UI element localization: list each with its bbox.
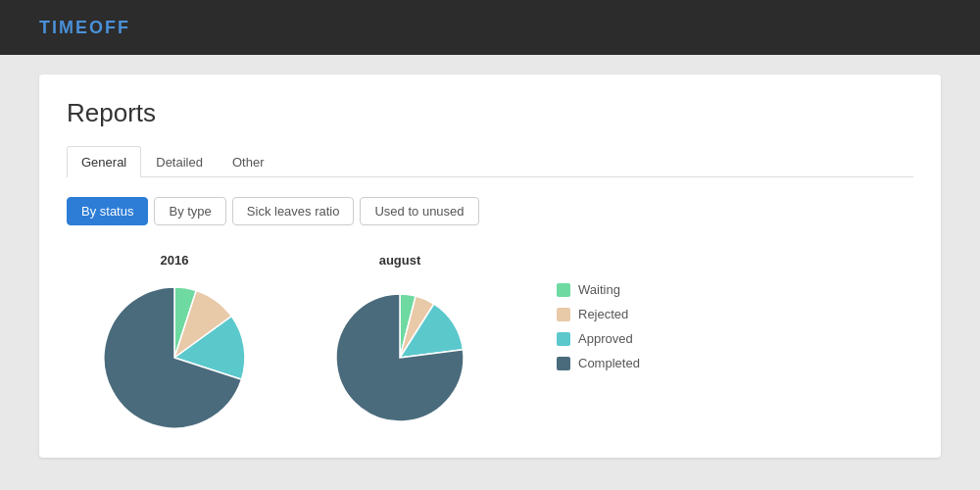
pie-chart-2016 <box>86 277 263 434</box>
legend-item-rejected: Rejected <box>557 307 640 321</box>
filter-used-to-unused[interactable]: Used to unused <box>360 197 478 225</box>
tab-detailed[interactable]: Detailed <box>141 146 218 177</box>
main-container: Reports General Detailed Other By status… <box>0 55 980 477</box>
chart-2016: 2016 <box>86 253 263 434</box>
legend-label-approved: Approved <box>578 331 633 346</box>
legend-color-completed <box>557 357 570 370</box>
logo: TIMEOFF <box>39 18 130 38</box>
legend: Waiting Rejected Approved Completed <box>557 282 640 370</box>
chart-2016-title: 2016 <box>161 253 189 268</box>
legend-color-approved <box>557 332 570 346</box>
filter-by-type[interactable]: By type <box>154 197 225 225</box>
chart-august: august <box>321 253 478 434</box>
legend-item-waiting: Waiting <box>557 282 640 297</box>
tabs-row: General Detailed Other <box>67 146 913 177</box>
legend-label-rejected: Rejected <box>578 307 628 321</box>
legend-item-completed: Completed <box>557 356 640 370</box>
charts-area: 2016 august Waiting Rejected <box>67 253 913 434</box>
page-title: Reports <box>67 98 913 128</box>
logo-accent: OFF <box>89 18 130 37</box>
legend-color-rejected <box>557 308 570 321</box>
tab-other[interactable]: Other <box>218 146 279 177</box>
legend-label-waiting: Waiting <box>578 282 620 297</box>
filter-by-status[interactable]: By status <box>67 197 148 225</box>
pie-chart-august <box>321 277 478 434</box>
tab-general[interactable]: General <box>67 146 141 177</box>
legend-item-approved: Approved <box>557 331 640 346</box>
reports-card: Reports General Detailed Other By status… <box>39 74 941 458</box>
legend-label-completed: Completed <box>578 356 640 370</box>
logo-text: TIME <box>39 18 89 37</box>
filter-row: By status By type Sick leaves ratio Used… <box>67 197 913 225</box>
topbar: TIMEOFF <box>0 0 980 55</box>
chart-august-title: august <box>379 253 421 268</box>
filter-sick-leaves[interactable]: Sick leaves ratio <box>232 197 355 225</box>
legend-color-waiting <box>557 283 570 297</box>
